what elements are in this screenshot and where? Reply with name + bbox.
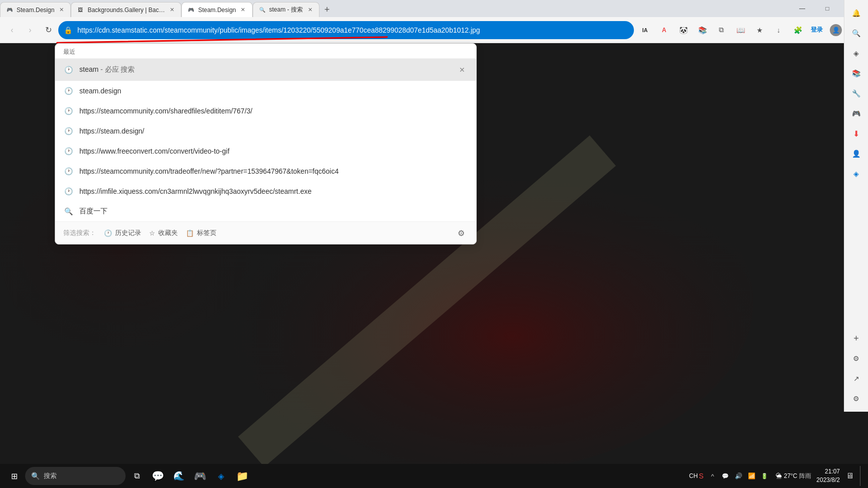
taskbar-search[interactable]: 🔍 搜索 [25,467,126,485]
item-text-1: https://steamcommunity.com/sharedfiles/e… [79,107,468,115]
sidebar-settings2[interactable]: ⚙ [847,390,865,408]
tab-label-3: Steam.Design [198,7,236,14]
autocomplete-item-3[interactable]: 🕐 https://www.freeconvert.com/convert/vi… [55,141,476,161]
clock[interactable]: 21:07 2023/8/2 [816,467,840,484]
sidebar-copilot[interactable]: 🔔 [847,4,865,22]
show-desktop-button[interactable] [860,466,864,486]
autocomplete-item-4[interactable]: 🕐 https://steamcommunity.com/tradeoffer/… [55,161,476,181]
notification-button[interactable]: 🖥 [841,467,859,485]
url-favicon: 🔒 [63,26,72,35]
tab-favicon-2: 🖼 [76,6,84,14]
search-icon-6: 🔍 [63,206,73,216]
url-input[interactable] [58,21,634,39]
edge2-button[interactable]: ◈ [211,466,231,486]
adblock-button[interactable]: A [655,21,673,39]
wechat-button[interactable]: 💬 [148,466,168,486]
bing-button[interactable]: 🐼 [674,21,692,39]
sidebar-bing[interactable]: ◈ [847,44,865,62]
tab-close-4[interactable]: ✕ [306,6,314,14]
autocomplete-item-2[interactable]: 🕐 https://steam.design/ [55,121,476,141]
sidebar-search[interactable]: 🔍 [847,24,865,42]
sidebar-external[interactable]: ↗ [847,370,865,388]
new-tab-button[interactable]: + [319,2,335,17]
profile-button[interactable]: 登录 [808,21,826,39]
language-indicator[interactable]: CH S [687,471,706,481]
tab-favicon-4: 🔍 [258,6,266,14]
favorites-button[interactable]: ★ [750,21,769,39]
autocomplete-item-0[interactable]: 🕐 steam.design [55,81,476,101]
edge-button[interactable]: 🌊 [169,466,189,486]
tab-close-1[interactable]: ✕ [57,6,65,14]
item-close-active[interactable]: ✕ [456,64,468,76]
taskbar: ⊞ 🔍 搜索 ⧉ 💬 🌊 🎮 ◈ 📁 CH S ^ 💬 🔊 📶 🔋 🌦 27°C… [0,464,868,488]
favorites-filter-label: 收藏夹 [158,228,178,237]
ia-button[interactable]: IA [636,21,654,39]
date-display: 2023/8/2 [816,476,840,484]
tab-backgrounds-gallery[interactable]: 🖼 Backgrounds.Gallery | Backgrou... ✕ [71,2,181,17]
read-mode-button[interactable]: 📖 [731,21,749,39]
history-filter[interactable]: 🕐 历史记录 [104,228,141,237]
autocomplete-header: 最近 [55,44,476,59]
tray-message[interactable]: 💬 [719,470,731,482]
tab-steam-design-1[interactable]: 🎮 Steam.Design ✕ [0,2,71,17]
favorites-filter[interactable]: ☆ 收藏夹 [149,228,178,237]
downloads-button[interactable]: ↓ [770,21,788,39]
item-main-text: steam [79,65,98,73]
collections-button[interactable]: 📚 [693,21,711,39]
time-display: 21:07 [825,467,840,476]
tray-expand[interactable]: ^ [706,470,718,482]
sidebar-edge[interactable]: ◈ [847,165,865,183]
back-button[interactable]: ‹ [4,22,20,38]
tabs-filter[interactable]: 📋 标签页 [186,228,216,237]
refresh-button[interactable]: ↻ [40,22,56,38]
tray-network[interactable]: 📶 [745,470,757,482]
tab-label-1: Steam.Design [17,7,54,14]
extensions-button[interactable]: 🧩 [789,21,807,39]
tab-close-3[interactable]: ✕ [239,6,247,14]
maximize-button[interactable]: □ [816,0,839,17]
tab-close-2[interactable]: ✕ [168,6,176,14]
sidebar-downloads[interactable]: ⬇ [847,125,865,143]
task-view-button[interactable]: ⧉ [127,466,147,486]
tab-label-4: steam - 搜索 [269,6,303,14]
tray-sound[interactable]: 🔊 [732,470,744,482]
weather-widget[interactable]: 🌦 27°C 阵雨 [772,471,815,481]
tab-steam-search[interactable]: 🔍 steam - 搜索 ✕ [253,2,319,17]
autocomplete-item-active[interactable]: 🕐 steam - 必应 搜索 ✕ [55,59,476,81]
history-filter-label: 历史记录 [115,228,141,237]
sidebar-game[interactable]: 🎮 [847,104,865,123]
autocomplete-item-1[interactable]: 🕐 https://steamcommunity.com/sharedfiles… [55,101,476,121]
item-text-6: 百度一下 [79,207,468,216]
sidebar-settings[interactable]: ⚙ [847,349,865,368]
item-text-active: steam - 必应 搜索 [79,65,450,74]
tabs-filter-label: 标签页 [197,228,216,237]
item-text-0: steam.design [79,87,468,95]
sidebar-collections[interactable]: 📚 [847,64,865,82]
sidebar-person[interactable]: 👤 [847,145,865,163]
filter-label: 筛选搜索： [63,228,96,237]
weather-condition: 阵雨 [799,472,811,480]
autocomplete-item-6[interactable]: 🔍 百度一下 [55,201,476,221]
autocomplete-item-5[interactable]: 🕐 https://imfile.xiquess.com/cn3armnl2lw… [55,181,476,201]
avatar-button[interactable]: 👤 [827,21,845,39]
minimize-button[interactable]: — [791,0,814,17]
language-text: CH [689,472,698,479]
tabs-filter-icon: 📋 [186,229,194,237]
start-button[interactable]: ⊞ [4,466,24,486]
system-tray: ^ 💬 🔊 📶 🔋 [706,470,771,482]
split-view-button[interactable]: ⧉ [712,21,730,39]
sidebar-tools[interactable]: 🔧 [847,84,865,102]
history-icon-1: 🕐 [63,106,73,116]
tray-battery[interactable]: 🔋 [758,470,771,482]
search-settings-button[interactable]: ⚙ [454,226,468,240]
steam-button[interactable]: 🎮 [190,466,210,486]
item-text-5: https://imfile.xiquess.com/cn3armnl2lwvq… [79,187,468,195]
item-suffix-text: - 必应 搜索 [98,65,135,73]
tab-steam-design-2[interactable]: 🎮 Steam.Design ✕ [181,2,252,17]
sidebar-add[interactable]: + [847,329,865,347]
title-bar: 🎮 Steam.Design ✕ 🖼 Backgrounds.Gallery |… [0,0,868,17]
ime-icon: S [699,472,703,480]
explorer-button[interactable]: 📁 [232,466,252,486]
item-text-3: https://www.freeconvert.com/convert/vide… [79,147,468,155]
forward-button[interactable]: › [22,22,38,38]
